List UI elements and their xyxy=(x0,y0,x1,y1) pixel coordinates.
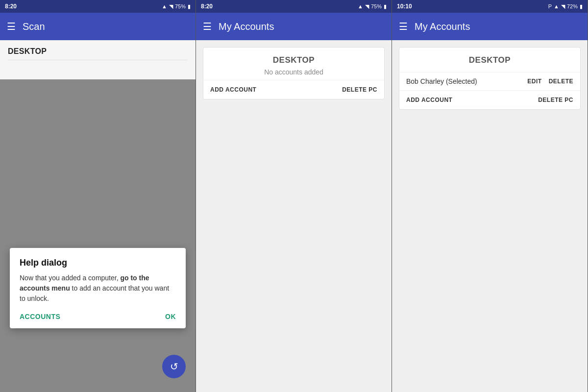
time-1: 8:20 xyxy=(5,3,17,10)
app-bar-3: ☰ My Accounts xyxy=(392,13,588,40)
accounts-body-2: DESKTOP No accounts added ADD ACCOUNT DE… xyxy=(196,40,392,392)
fab-button[interactable]: ↺ xyxy=(162,355,186,378)
scan-body: DESKTOP Help dialog Now that you added a… xyxy=(0,40,196,392)
wifi-icon: ▲ xyxy=(162,3,167,9)
card-footer-3: ADD ACCOUNT DELETE PC xyxy=(399,91,580,109)
account-card-user: DESKTOP Bob Charley (Selected) EDIT DELE… xyxy=(399,47,581,110)
accounts-body-3: DESKTOP Bob Charley (Selected) EDIT DELE… xyxy=(392,40,588,392)
accounts-button[interactable]: ACCOUNTS xyxy=(20,313,60,320)
menu-icon-3[interactable]: ☰ xyxy=(399,21,408,32)
desktop-label-1: DESKTOP xyxy=(8,47,47,55)
accounts-user-panel: 10:10 P ▲ ◥ 72% ▮ ☰ My Accounts DESKTOP … xyxy=(392,0,588,392)
battery-text: 75% xyxy=(175,3,186,9)
signal-icon-2: ◥ xyxy=(365,3,369,10)
help-body-prefix: Now that you added a computer, xyxy=(20,274,120,282)
account-user-name: Bob Charley (Selected) xyxy=(406,77,477,85)
battery-icon-3: ▮ xyxy=(580,3,583,10)
ok-button[interactable]: OK xyxy=(165,313,176,320)
accounts-empty-panel: 8:20 ▲ ◥ 75% ▮ ☰ My Accounts DESKTOP No … xyxy=(196,0,392,392)
edit-button[interactable]: EDIT xyxy=(527,78,541,85)
account-card-header-2: DESKTOP No accounts added xyxy=(203,48,384,80)
battery-text-2: 75% xyxy=(371,3,382,9)
delete-user-button[interactable]: DELETE xyxy=(549,78,573,85)
battery-text-3: 72% xyxy=(567,3,578,9)
scan-content-area: DESKTOP xyxy=(0,40,196,79)
status-icons-2: ▲ ◥ 75% ▮ xyxy=(358,3,387,10)
card-footer-2: ADD ACCOUNT DELETE PC xyxy=(203,80,384,99)
battery-icon: ▮ xyxy=(188,3,191,10)
help-dialog: Help dialog Now that you added a compute… xyxy=(10,248,186,328)
menu-icon-2[interactable]: ☰ xyxy=(203,21,212,32)
time-2: 8:20 xyxy=(201,3,213,10)
signal-icon: ◥ xyxy=(169,3,173,10)
status-bar-1: 8:20 ▲ ◥ 75% ▮ xyxy=(0,0,196,13)
divider-1 xyxy=(8,60,188,60)
pc-name-3: DESKTOP xyxy=(406,55,573,65)
status-icons-1: ▲ ◥ 75% ▮ xyxy=(162,3,191,10)
delete-pc-button-3[interactable]: DELETE PC xyxy=(538,97,573,103)
status-bar-2: 8:20 ▲ ◥ 75% ▮ xyxy=(196,0,392,13)
app-title-1: Scan xyxy=(23,21,45,32)
no-accounts-label: No accounts added xyxy=(210,68,377,76)
wifi-icon-2: ▲ xyxy=(358,3,363,9)
scan-panel: 8:20 ▲ ◥ 75% ▮ ☰ Scan DESKTOP Help dialo… xyxy=(0,0,196,392)
account-card-empty: DESKTOP No accounts added ADD ACCOUNT DE… xyxy=(203,47,385,99)
account-user-row: Bob Charley (Selected) EDIT DELETE xyxy=(399,73,580,91)
app-bar-1: ☰ Scan xyxy=(0,13,196,40)
account-card-header-3: DESKTOP xyxy=(399,48,580,73)
app-bar-2: ☰ My Accounts xyxy=(196,13,392,40)
wifi-icon-3: ▲ xyxy=(554,3,559,9)
account-row-actions: EDIT DELETE xyxy=(527,78,573,85)
pc-name-2: DESKTOP xyxy=(210,55,377,65)
status-bar-3: 10:10 P ▲ ◥ 72% ▮ xyxy=(392,0,588,13)
app-title-2: My Accounts xyxy=(219,21,274,32)
refresh-icon: ↺ xyxy=(170,361,178,372)
app-title-3: My Accounts xyxy=(415,21,470,32)
parking-icon: P xyxy=(548,3,552,9)
help-dialog-title: Help dialog xyxy=(20,258,176,268)
add-account-button-3[interactable]: ADD ACCOUNT xyxy=(406,97,452,103)
help-dialog-body: Now that you added a computer, go to the… xyxy=(20,273,176,304)
status-icons-3: P ▲ ◥ 72% ▮ xyxy=(548,3,583,10)
add-account-button-2[interactable]: ADD ACCOUNT xyxy=(210,86,256,93)
menu-icon-1[interactable]: ☰ xyxy=(7,21,16,32)
delete-pc-button-2[interactable]: DELETE PC xyxy=(342,86,377,93)
signal-icon-3: ◥ xyxy=(561,3,565,10)
help-dialog-actions: ACCOUNTS OK xyxy=(20,313,176,320)
battery-icon-2: ▮ xyxy=(384,3,387,10)
time-3: 10:10 xyxy=(397,3,412,10)
